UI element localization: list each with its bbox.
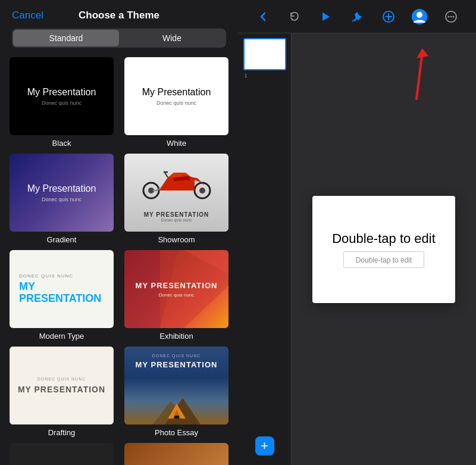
svg-marker-26 [416,48,428,58]
themes-grid: My Presentation Donec quis nunc Black My… [0,55,238,465]
theme-showroom[interactable]: MY PRESENTATION Donec quis nunc Showroom [122,154,231,244]
theme-modern[interactable]: DONEC QUIS NUNC MY PRESENTATION Modern T… [7,250,116,341]
theme-modern-thumbnail: DONEC QUIS NUNC MY PRESENTATION [10,250,114,328]
editor-toolbar [238,0,476,33]
theme-drafting-thumbnail: DONEC QUIS NUNC MY PRESENTATION [10,347,114,425]
theme-showroom-subtitle: Donec quis nunc [161,218,192,222]
undo-button[interactable] [284,6,305,27]
theme-gradient-subtitle: Donec quis nunc [42,196,82,202]
avatar-icon [411,8,428,25]
standard-tab[interactable]: Standard [13,30,119,46]
theme-white[interactable]: My Presentation Donec quis nunc White [122,57,231,148]
theme-black-label: Black [52,139,71,148]
slide-sub-text: Double-tap to edit [356,256,412,264]
theme-exhibition-thumbnail: MY PRESENTATION Donec quis nunc [124,250,228,328]
theme-partial-1-thumbnail [10,443,114,465]
cancel-button[interactable]: Cancel [12,10,43,21]
wide-tab[interactable]: Wide [119,30,225,46]
theme-modern-title: MY PRESENTATION [19,281,104,305]
slide-item-1[interactable]: 1 [243,38,286,70]
canvas-area: Double-tap to edit Double-tap to edit [292,33,476,465]
theme-exhibition-label: Exhibition [159,332,193,341]
theme-showroom-label: Showroom [158,235,195,244]
theme-showroom-title: MY PRESENTATION [144,211,209,218]
add-button[interactable] [378,6,399,27]
arrow-annotation [387,45,428,107]
theme-modern-small: DONEC QUIS NUNC [19,273,73,279]
theme-white-thumbnail: My Presentation Donec quis nunc [124,57,228,135]
plus-icon [382,10,395,23]
theme-chooser-panel: Cancel Choose a Theme Standard Wide My P… [0,0,238,465]
theme-black-thumbnail: My Presentation Donec quis nunc [10,57,114,135]
slide-1-number: 1 [245,73,248,79]
theme-black-title: My Presentation [27,87,96,98]
more-icon [444,10,458,23]
theme-white-label: White [167,139,186,148]
theme-exhibition-subtitle: Donec quis nunc [159,292,195,298]
theme-partial-2-thumbnail [124,443,228,465]
svg-marker-14 [322,13,330,21]
svg-point-20 [416,12,422,18]
editor-panel: 1 + Double-tap to edit [238,0,476,465]
theme-black[interactable]: My Presentation Donec quis nunc Black [7,57,116,148]
theme-drafting-small: DONEC QUIS NUNC [37,377,86,381]
theme-photo-small: DONEC QUIS NUNC [152,354,201,358]
svg-point-3 [199,188,205,194]
theme-black-subtitle: Donec quis nunc [42,100,82,106]
theme-gradient-title: My Presentation [27,183,96,194]
theme-modern-label: Modern Type [39,332,84,341]
segment-control: Standard Wide [12,29,226,48]
red-arrow-icon [387,45,428,105]
theme-gradient-label: Gradient [47,235,77,244]
theme-photo-essay-thumbnail: DONEC QUIS NUNC MY PRESENTATION [124,347,228,425]
svg-line-4 [165,173,168,177]
theme-partial-2[interactable] [122,443,231,465]
theme-gradient-thumbnail: My Presentation Donec quis nunc [10,154,114,232]
panel-title: Choose a Theme [79,10,159,21]
left-header: Cancel Choose a Theme [0,0,238,29]
motorcycle-icon [138,161,215,199]
slide-canvas[interactable]: Double-tap to edit Double-tap to edit [312,196,455,303]
theme-exhibition[interactable]: MY PRESENTATION Donec quis nunc Exhibiti… [122,250,231,341]
slide-main-text: Double-tap to edit [332,231,436,246]
theme-drafting[interactable]: DONEC QUIS NUNC MY PRESENTATION Drafting [7,347,116,437]
svg-point-24 [452,15,454,17]
svg-rect-13 [174,416,179,419]
svg-line-25 [416,51,422,99]
tent-icon [153,395,201,425]
theme-white-subtitle: Donec quis nunc [156,100,196,106]
theme-partial-1[interactable] [7,443,116,465]
pin-icon [351,11,363,23]
play-button[interactable] [315,6,336,27]
theme-drafting-label: Drafting [48,428,76,437]
theme-white-title: My Presentation [142,87,211,98]
svg-point-23 [450,15,452,17]
svg-point-22 [447,15,449,17]
back-icon [258,11,268,22]
avatar-button[interactable] [409,6,430,27]
theme-photo-essay[interactable]: DONEC QUIS NUNC MY PRESENTATION [122,347,231,437]
slide-1-thumbnail [243,38,286,70]
play-icon [320,11,331,23]
annotate-button[interactable] [346,6,368,27]
more-button[interactable] [440,6,462,27]
theme-photo-essay-label: Photo Essay [155,428,198,437]
undo-icon [289,11,300,23]
slide-list: 1 + [238,33,292,465]
editor-content: 1 + Double-tap to edit [238,33,476,465]
add-slide-icon: + [261,439,268,452]
theme-exhibition-title: MY PRESENTATION [136,281,218,290]
theme-photo-title: MY PRESENTATION [136,360,218,369]
svg-line-15 [352,20,353,21]
back-button[interactable] [252,6,274,27]
slide-sub-box: Double-tap to edit [343,251,425,268]
theme-drafting-title: MY PRESENTATION [18,385,105,394]
add-slide-button[interactable]: + [255,436,274,455]
theme-gradient[interactable]: My Presentation Donec quis nunc Gradient [7,154,116,244]
theme-showroom-thumbnail: MY PRESENTATION Donec quis nunc [124,154,228,232]
